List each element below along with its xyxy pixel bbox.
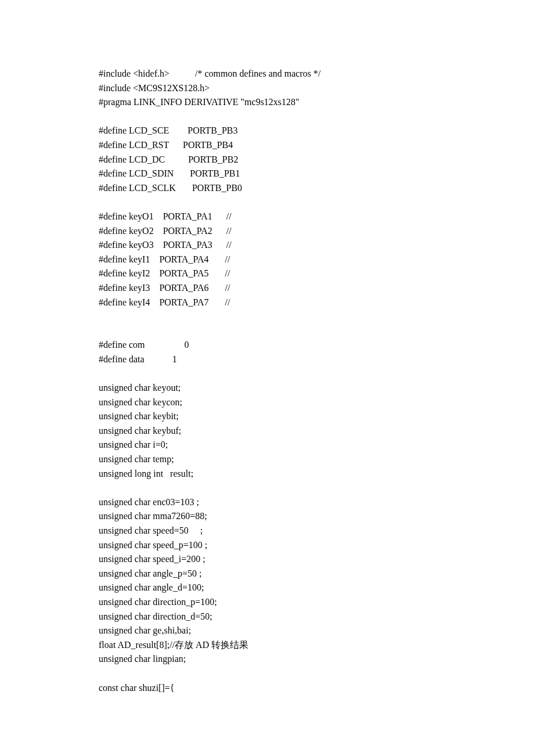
code-line: #define LCD_DC PORTB_PB2	[99, 154, 238, 164]
code-line: unsigned char temp;	[99, 454, 174, 464]
code-line: unsigned char mma7260=88;	[99, 511, 207, 521]
code-line: unsigned char speed_i=200 ;	[99, 554, 205, 564]
code-line: #define keyI2 PORTA_PA5 //	[99, 268, 230, 278]
code-line: #include <hidef.h> /* common defines and…	[99, 69, 320, 78]
code-line: unsigned char angle_p=50 ;	[99, 568, 201, 578]
code-line: unsigned char speed=50 ;	[99, 525, 203, 535]
code-line: unsigned char keycon;	[99, 397, 182, 407]
code-line: unsigned char enc03=103 ;	[99, 497, 199, 507]
code-line: #define LCD_RST PORTB_PB4	[99, 140, 233, 150]
document-page: #include <hidef.h> /* common defines and…	[0, 0, 534, 756]
code-line: unsigned char keybuf;	[99, 426, 181, 435]
code-line: float AD_result[8];//存放 AD 转换结果	[99, 640, 248, 650]
code-line: unsigned char lingpian;	[99, 654, 186, 664]
code-line: unsigned char direction_p=100;	[99, 597, 217, 607]
code-line: #define keyO3 PORTA_PA3 //	[99, 240, 232, 250]
code-line: #define keyO2 PORTA_PA2 //	[99, 226, 232, 236]
code-line: unsigned char direction_d=50;	[99, 611, 212, 621]
code-line: #define LCD_SCE PORTB_PB3	[99, 125, 238, 135]
code-line: unsigned long int result;	[99, 469, 193, 478]
code-line: #define keyO1 PORTA_PA1 //	[99, 211, 232, 221]
code-line: unsigned char ge,shi,bai;	[99, 625, 191, 635]
code-line: const char shuzi[]={	[99, 683, 174, 693]
code-line: unsigned char angle_d=100;	[99, 582, 204, 592]
code-line: unsigned char keybit;	[99, 411, 179, 421]
code-line: unsigned char speed_p=100 ;	[99, 540, 207, 550]
code-line: #pragma LINK_INFO DERIVATIVE "mc9s12xs12…	[99, 97, 300, 107]
code-line: #define keyI4 PORTA_PA7 //	[99, 297, 230, 307]
code-line: #define LCD_SDIN PORTB_PB1	[99, 168, 240, 178]
code-line: unsigned char i=0;	[99, 440, 168, 449]
code-line: #define com 0	[99, 340, 189, 350]
code-line: #define data 1	[99, 354, 177, 364]
code-line: #define keyI3 PORTA_PA6 //	[99, 283, 230, 293]
code-line: unsigned char keyout;	[99, 383, 181, 393]
code-line: #define LCD_SCLK PORTB_PB0	[99, 183, 242, 193]
code-line: #include <MC9S12XS128.h>	[99, 83, 210, 93]
code-line: #define keyI1 PORTA_PA4 //	[99, 254, 230, 264]
